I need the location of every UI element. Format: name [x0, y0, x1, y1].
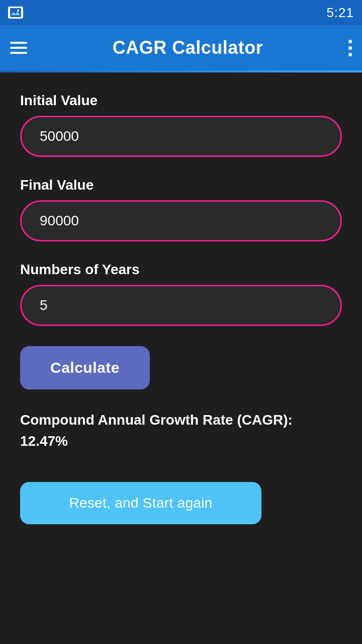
- menu-icon[interactable]: [10, 42, 27, 54]
- years-label: Numbers of Years: [20, 262, 342, 278]
- status-time: 5:21: [326, 5, 354, 21]
- more-options-icon[interactable]: [348, 40, 352, 56]
- years-input[interactable]: [20, 285, 342, 326]
- final-value-input[interactable]: [20, 200, 342, 242]
- final-value-wrapper: Final Value: [20, 177, 342, 242]
- final-value-label: Final Value: [20, 177, 342, 193]
- svg-point-1: [17, 10, 19, 12]
- calculate-button[interactable]: Calculate: [20, 346, 150, 389]
- status-bar: 5:21: [0, 0, 362, 25]
- main-content: Initial Value Final Value Numbers of Yea…: [0, 72, 362, 644]
- svg-rect-0: [10, 8, 21, 17]
- app-bar-title: CAGR Calculator: [113, 37, 263, 58]
- status-bar-left: [8, 7, 23, 19]
- result-text: Compound Annual Growth Rate (CAGR): 12.4…: [20, 410, 342, 452]
- reset-button[interactable]: Reset, and Start again: [20, 482, 261, 524]
- image-icon: [8, 7, 23, 19]
- years-wrapper: Numbers of Years: [20, 262, 342, 326]
- initial-value-label: Initial Value: [20, 93, 342, 109]
- app-bar: CAGR Calculator: [0, 25, 362, 70]
- initial-value-input[interactable]: [20, 116, 342, 157]
- initial-value-wrapper: Initial Value: [20, 93, 342, 157]
